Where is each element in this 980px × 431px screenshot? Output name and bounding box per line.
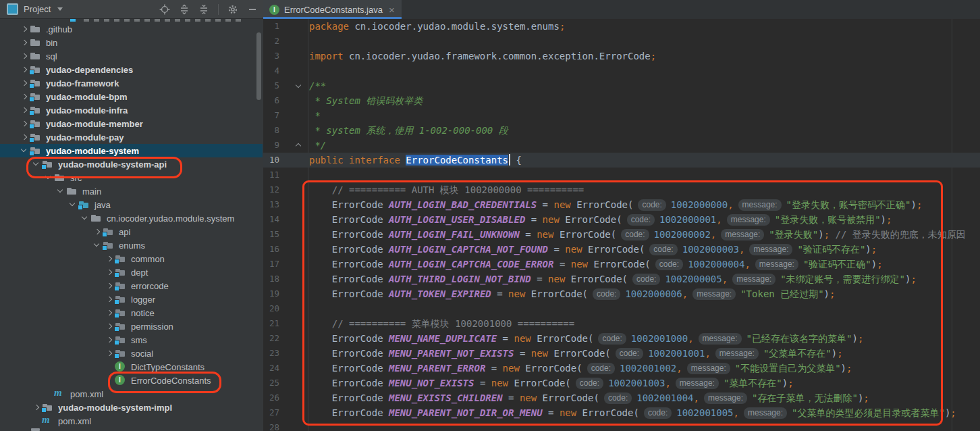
- tree-item-yudao-module-system-api[interactable]: yudao-module-system-api: [0, 157, 263, 171]
- chevron-right-icon[interactable]: [19, 51, 30, 61]
- expand-all-icon[interactable]: [179, 4, 190, 15]
- tree-item-dicttypeconstants[interactable]: IDictTypeConstants: [0, 360, 263, 374]
- line-number[interactable]: 4: [263, 64, 279, 78]
- tree-item-social[interactable]: social: [0, 347, 263, 360]
- line-number[interactable]: 18: [263, 272, 279, 286]
- line-number[interactable]: 2: [263, 34, 279, 49]
- chevron-right-icon[interactable]: [19, 132, 30, 143]
- panel-title[interactable]: Project: [24, 4, 51, 14]
- code-text[interactable]: ErrorCode AUTH_TOKEN_EXPIRED = new Error…: [309, 286, 835, 301]
- code-text[interactable]: ErrorCode MENU_PARENT_NOT_EXISTS = new E…: [309, 346, 843, 361]
- chevron-down-icon[interactable]: [43, 172, 54, 183]
- chevron-right-icon[interactable]: [19, 64, 30, 75]
- chevron-right-icon[interactable]: [31, 402, 42, 413]
- code-text[interactable]: *: [309, 108, 321, 123]
- tree-item-yudao-module-member[interactable]: yudao-module-member: [0, 117, 263, 130]
- tree-item-errorcodeconstants[interactable]: IErrorCodeConstants: [0, 374, 263, 387]
- chevron-right-icon[interactable]: [92, 226, 103, 237]
- tree-item-dept[interactable]: dept: [0, 265, 263, 279]
- code-text[interactable]: * System 错误码枚举类: [309, 93, 423, 108]
- line-number[interactable]: 3: [263, 49, 279, 64]
- tree-item--github[interactable]: .github: [0, 22, 263, 36]
- chevron-right-icon[interactable]: [104, 307, 115, 318]
- code-text[interactable]: package cn.iocoder.yudao.module.system.e…: [309, 19, 565, 34]
- code-text[interactable]: ErrorCode MENU_EXISTS_CHILDREN = new Err…: [309, 390, 869, 405]
- line-number[interactable]: 19: [263, 286, 279, 301]
- code-text[interactable]: * system 系统，使用 1-002-000-000 段: [309, 123, 508, 138]
- line-number[interactable]: 23: [263, 346, 279, 361]
- line-number[interactable]: 14: [263, 212, 279, 227]
- chevron-down-icon[interactable]: [80, 213, 90, 224]
- chevron-right-icon[interactable]: [104, 294, 115, 305]
- tree-item-pom-xml[interactable]: mpom.xml: [0, 414, 263, 428]
- tree-item-main[interactable]: main: [0, 184, 263, 198]
- tree-item-java[interactable]: java: [0, 198, 263, 211]
- chevron-down-icon[interactable]: [55, 186, 66, 197]
- code-text[interactable]: */: [309, 138, 326, 153]
- chevron-right-icon[interactable]: [104, 348, 115, 359]
- line-number[interactable]: 9: [263, 138, 279, 153]
- tree-item-permission[interactable]: permission: [0, 320, 263, 333]
- line-number[interactable]: 26: [263, 390, 279, 405]
- code-text[interactable]: ErrorCode AUTH_LOGIN_USER_DISABLED = new…: [309, 212, 892, 227]
- chevron-down-icon[interactable]: [19, 145, 30, 156]
- code-editor[interactable]: 1package cn.iocoder.yudao.module.system.…: [263, 19, 980, 431]
- chevron-right-icon[interactable]: [104, 280, 115, 291]
- line-number[interactable]: 13: [263, 197, 279, 212]
- code-text[interactable]: // ========== AUTH 模块 1002000000 =======…: [309, 182, 584, 197]
- line-number[interactable]: 1: [263, 19, 279, 34]
- settings-gear-icon[interactable]: [227, 4, 238, 15]
- chevron-right-icon[interactable]: [104, 321, 115, 332]
- line-number[interactable]: 8: [263, 123, 279, 138]
- close-icon[interactable]: ×: [389, 5, 395, 15]
- chevron-right-icon[interactable]: [19, 105, 30, 116]
- tree-item-sms[interactable]: sms: [0, 333, 263, 347]
- chevron-right-icon[interactable]: [104, 253, 115, 264]
- tree-item-logger[interactable]: logger: [0, 293, 263, 306]
- collapse-all-icon[interactable]: [198, 4, 209, 15]
- code-text[interactable]: ErrorCode AUTH_LOGIN_CAPTCHA_NOT_FOUND =…: [309, 242, 877, 257]
- tree-item-yudao-dependencies[interactable]: yudao-dependencies: [0, 63, 263, 76]
- line-number[interactable]: 15: [263, 227, 279, 242]
- code-text[interactable]: // ========== 菜单模块 1002001000 ==========: [309, 316, 574, 331]
- chevron-down-icon[interactable]: [31, 159, 42, 170]
- code-text[interactable]: ErrorCode AUTH_THIRD_LOGIN_NOT_BIND = ne…: [309, 272, 917, 286]
- line-number[interactable]: 25: [263, 376, 279, 390]
- chevron-right-icon[interactable]: [19, 78, 30, 88]
- fold-marker-icon[interactable]: [294, 78, 302, 93]
- tree-item-errorcode[interactable]: errorcode: [0, 279, 263, 293]
- line-number[interactable]: 7: [263, 108, 279, 123]
- line-number[interactable]: 6: [263, 93, 279, 108]
- line-number[interactable]: 21: [263, 316, 279, 331]
- code-text[interactable]: /**: [309, 78, 326, 93]
- tree-item-common[interactable]: common: [0, 252, 263, 265]
- line-number[interactable]: 28: [263, 420, 279, 431]
- tree-item-src[interactable]: src: [0, 171, 263, 184]
- tree-item-yudao-module-system-impl[interactable]: yudao-module-system-impl: [0, 401, 263, 414]
- code-text[interactable]: public interface ErrorCodeConstants {: [309, 153, 522, 168]
- code-text[interactable]: ErrorCode AUTH_LOGIN_CAPTCHA_CODE_ERROR …: [309, 257, 883, 272]
- locate-icon[interactable]: [159, 4, 170, 15]
- line-number[interactable]: 12: [263, 182, 279, 197]
- chevron-right-icon[interactable]: [19, 24, 30, 34]
- hide-panel-icon[interactable]: [247, 4, 258, 15]
- tree-item-yudao-module-pay[interactable]: yudao-module-pay: [0, 130, 263, 144]
- fold-marker-icon[interactable]: [294, 138, 302, 153]
- chevron-right-icon[interactable]: [104, 267, 115, 278]
- tab-errorcodeconstants[interactable]: I ErrorCodeConstants.java ×: [263, 0, 402, 19]
- tree-scrollbar[interactable]: [256, 32, 261, 100]
- tree-item-api[interactable]: api: [0, 225, 263, 238]
- tree-item-bin[interactable]: bin: [0, 36, 263, 49]
- line-number[interactable]: 5: [263, 78, 279, 93]
- line-number[interactable]: 10: [263, 153, 279, 168]
- tree-item-notice[interactable]: notice: [0, 306, 263, 320]
- chevron-right-icon[interactable]: [104, 334, 115, 345]
- chevron-right-icon[interactable]: [19, 37, 30, 48]
- chevron-right-icon[interactable]: [19, 118, 30, 129]
- tree-item-pom-xml[interactable]: mpom.xml: [0, 387, 263, 401]
- chevron-down-icon[interactable]: [92, 240, 103, 251]
- tree-item-yudao-module-infra[interactable]: yudao-module-infra: [0, 103, 263, 117]
- tree-item-yudao-module-bpm[interactable]: yudao-module-bpm: [0, 90, 263, 103]
- tree-item-cn-iocoder-yudao-module-system[interactable]: cn.iocoder.yudao.module.system: [0, 211, 263, 225]
- line-number[interactable]: 17: [263, 257, 279, 272]
